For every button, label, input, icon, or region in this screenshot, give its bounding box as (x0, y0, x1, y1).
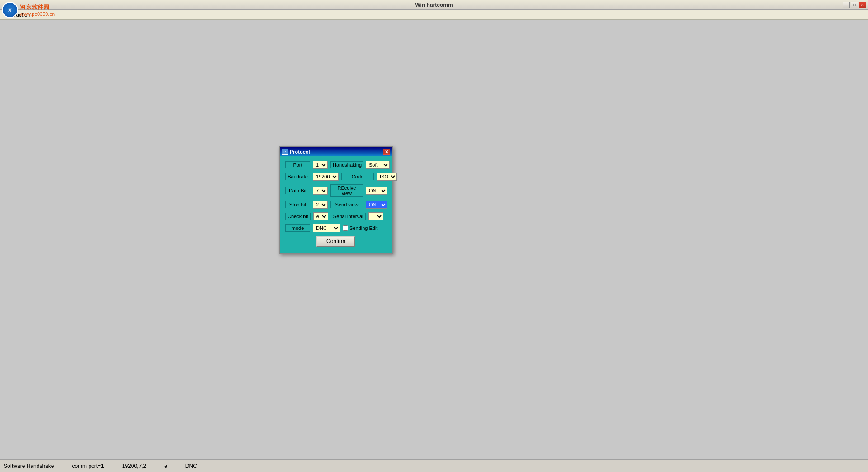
baudrate-row: Baudrate 9600 19200 38400 57600 Code ISO… (285, 173, 387, 181)
mode-row: mode DNC MDI Sending Edit (285, 224, 387, 232)
serial-interval-label: Serial interval (331, 213, 366, 220)
status-check: e (164, 463, 167, 469)
sending-edit-area: Sending Edit (343, 225, 377, 231)
port-select[interactable]: 1 2 3 4 (313, 161, 328, 169)
status-bar: Software Handshake comm port=1 19200,7,2… (0, 459, 868, 472)
watermark: 河 河东软件园 www.pc0359.cn (2, 2, 55, 18)
serial-interval-select[interactable]: 1 2 3 (368, 212, 383, 220)
checkbit-select[interactable]: e o n (313, 212, 328, 220)
databit-row: Data Bit 7 8 REceive view ON OFF (285, 184, 387, 197)
sending-edit-label: Sending Edit (349, 225, 377, 231)
port-row: Port 1 2 3 4 Handshaking Soft Hard None (285, 161, 387, 169)
dialog-close-button[interactable]: ✕ (383, 149, 390, 155)
dialog-content: Port 1 2 3 4 Handshaking Soft Hard None … (280, 156, 392, 253)
minimize-button[interactable]: ─ (843, 2, 850, 8)
dialog-icon: P (282, 149, 288, 155)
app-logo-icon: 河 (2, 2, 18, 18)
window-controls: ─ □ ✕ (843, 2, 866, 8)
port-label: Port (285, 161, 310, 168)
app-name: 河东软件园 (20, 3, 55, 11)
receive-view-label: REceive view (330, 184, 363, 197)
title-bar: •••••••••••••••••••••••••••••• 河 河东软件园 w… (0, 0, 868, 10)
baudrate-label: Baudrate (285, 173, 310, 180)
databit-select[interactable]: 7 8 (313, 187, 328, 195)
databit-label: Data Bit (285, 187, 310, 194)
sending-edit-checkbox[interactable] (343, 225, 348, 231)
app-branding: 河东软件园 www.pc0359.cn (20, 3, 55, 17)
protocol-dialog: P Protocol ✕ Port 1 2 3 4 Handshaking So… (279, 146, 393, 254)
handshaking-label: Handshaking (330, 161, 363, 168)
stopbit-select[interactable]: 1 2 (313, 201, 328, 209)
checkbit-label: Check bit (285, 213, 311, 220)
code-label: Code (341, 173, 374, 180)
app-url: www.pc0359.cn (20, 11, 55, 17)
maximize-button[interactable]: □ (851, 2, 858, 8)
dialog-title-bar[interactable]: P Protocol ✕ (280, 147, 392, 156)
send-view-select[interactable]: ON OFF (366, 201, 387, 209)
main-area: P Protocol ✕ Port 1 2 3 4 Handshaking So… (0, 20, 868, 459)
title-dots-right: ••••••••••••••••••••••••••••••••••••••••… (743, 3, 832, 7)
menu-bar: Instruction (0, 10, 868, 20)
stopbit-row: Stop bit 1 2 Send view ON OFF (285, 201, 387, 209)
close-button[interactable]: ✕ (859, 2, 866, 8)
baudrate-select[interactable]: 9600 19200 38400 57600 (313, 173, 339, 181)
mode-select[interactable]: DNC MDI (313, 224, 340, 232)
status-handshake: Software Handshake (4, 463, 54, 469)
handshaking-select[interactable]: Soft Hard None (366, 161, 390, 169)
stopbit-label: Stop bit (285, 201, 310, 208)
code-select[interactable]: ISO EIA (377, 173, 397, 181)
mode-label: mode (285, 224, 310, 232)
status-mode: DNC (185, 463, 197, 469)
send-view-label: Send view (330, 201, 363, 208)
window-title: Win hartcomm (415, 2, 453, 8)
confirm-button[interactable]: Confirm (316, 236, 355, 247)
status-settings: 19200,7,2 (122, 463, 146, 469)
receive-view-select[interactable]: ON OFF (366, 187, 387, 195)
status-comm-port: comm port=1 (72, 463, 104, 469)
dialog-title: Protocol (288, 149, 383, 154)
checkbit-row: Check bit e o n Serial interval 1 2 3 (285, 212, 387, 220)
